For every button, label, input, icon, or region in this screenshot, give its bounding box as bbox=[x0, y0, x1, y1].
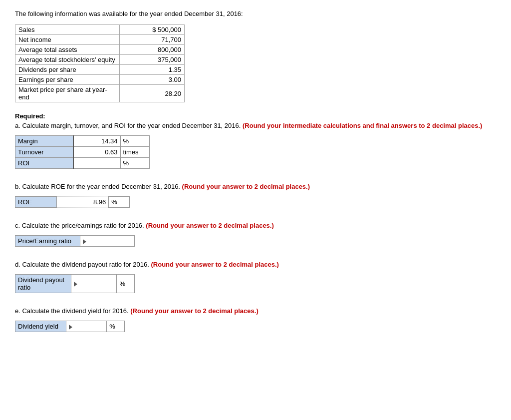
dy-input-cell bbox=[66, 321, 106, 332]
data-table-row: Sales$ 500,000 bbox=[15, 25, 185, 35]
data-table: Sales$ 500,000Net income71,700Average to… bbox=[15, 24, 185, 102]
part-a-input-cell bbox=[73, 147, 120, 158]
dy-table: Dividend yield % bbox=[15, 321, 125, 332]
dy-label: Dividend yield bbox=[15, 321, 66, 332]
data-row-label: Net income bbox=[15, 35, 120, 45]
pe-triangle-icon bbox=[83, 239, 86, 244]
data-table-row: Net income71,700 bbox=[15, 35, 185, 45]
data-row-value: 800,000 bbox=[120, 45, 185, 55]
part-a-input-cell bbox=[73, 158, 120, 169]
dp-triangle-icon bbox=[74, 282, 77, 287]
dy-unit: % bbox=[107, 321, 125, 332]
data-row-value: 375,000 bbox=[120, 55, 185, 65]
part-a-input[interactable] bbox=[76, 137, 117, 145]
data-table-row: Market price per share at year-end28.20 bbox=[15, 85, 185, 102]
part-a-row: Margin% bbox=[15, 136, 150, 147]
dp-unit: % bbox=[117, 275, 135, 293]
dy-triangle-icon bbox=[69, 325, 72, 330]
part-d-section: d. Calculate the dividend payout ratio f… bbox=[15, 261, 496, 293]
data-row-value: 1.35 bbox=[120, 65, 185, 75]
intro-text: The following information was available … bbox=[15, 10, 496, 17]
roe-input-cell bbox=[57, 197, 109, 208]
dp-table: Dividend payout ratio % bbox=[15, 274, 135, 293]
pe-input[interactable] bbox=[89, 237, 126, 245]
part-a-label: Turnover bbox=[15, 147, 74, 158]
part-b-instruction: b. Calculate ROE for the year ended Dece… bbox=[15, 183, 496, 190]
part-a-row: ROI% bbox=[15, 158, 150, 169]
pe-input-cell bbox=[80, 236, 135, 247]
part-a-unit: % bbox=[120, 136, 149, 147]
part-a-input[interactable] bbox=[76, 148, 117, 156]
data-table-row: Earnings per share3.00 bbox=[15, 75, 185, 85]
part-a-instruction: a. Calculate margin, turnover, and ROI f… bbox=[15, 122, 496, 129]
required-label: Required: bbox=[15, 112, 496, 120]
part-a-input[interactable] bbox=[76, 159, 117, 167]
data-row-value: 71,700 bbox=[120, 35, 185, 45]
data-row-label: Average total assets bbox=[15, 45, 120, 55]
part-c-section: c. Calculate the price/earnings ratio fo… bbox=[15, 222, 496, 247]
part-a-label: ROI bbox=[15, 158, 74, 169]
pe-row: Price/Earning ratio bbox=[15, 236, 135, 247]
part-d-instruction: d. Calculate the dividend payout ratio f… bbox=[15, 261, 496, 268]
part-a-unit: times bbox=[120, 147, 149, 158]
dy-row: Dividend yield % bbox=[15, 321, 125, 332]
data-row-label: Market price per share at year-end bbox=[15, 85, 120, 102]
roe-table: ROE % bbox=[15, 196, 130, 208]
data-table-row: Average total stockholders' equity375,00… bbox=[15, 55, 185, 65]
data-row-label: Sales bbox=[15, 25, 120, 35]
roe-unit: % bbox=[109, 197, 130, 208]
part-e-instruction: e. Calculate the dividend yield for 2016… bbox=[15, 307, 496, 315]
data-table-row: Average total assets800,000 bbox=[15, 45, 185, 55]
data-row-label: Earnings per share bbox=[15, 75, 120, 85]
data-row-value: $ 500,000 bbox=[120, 25, 185, 35]
part-b-section: b. Calculate ROE for the year ended Dece… bbox=[15, 183, 496, 208]
roe-input[interactable] bbox=[59, 198, 106, 206]
pe-table: Price/Earning ratio bbox=[15, 235, 135, 247]
data-row-label: Average total stockholders' equity bbox=[15, 55, 120, 65]
pe-label: Price/Earning ratio bbox=[15, 236, 80, 247]
part-a-row: Turnovertimes bbox=[15, 147, 150, 158]
roe-label: ROE bbox=[15, 197, 57, 208]
required-section: Required: a. Calculate margin, turnover,… bbox=[15, 112, 496, 169]
dp-input-cell bbox=[71, 275, 117, 293]
part-e-section: e. Calculate the dividend yield for 2016… bbox=[15, 307, 496, 332]
dy-input[interactable] bbox=[75, 323, 101, 330]
data-row-value: 3.00 bbox=[120, 75, 185, 85]
part-a-input-cell bbox=[73, 136, 120, 147]
part-c-instruction: c. Calculate the price/earnings ratio fo… bbox=[15, 222, 496, 229]
data-table-row: Dividends per share1.35 bbox=[15, 65, 185, 75]
dp-label: Dividend payout ratio bbox=[15, 275, 71, 293]
part-a-label: Margin bbox=[15, 136, 74, 147]
part-a-table: Margin%TurnovertimesROI% bbox=[15, 135, 150, 169]
part-a-unit: % bbox=[120, 158, 149, 169]
roe-row: ROE % bbox=[15, 197, 130, 208]
data-row-label: Dividends per share bbox=[15, 65, 120, 75]
dp-input[interactable] bbox=[80, 280, 110, 288]
data-row-value: 28.20 bbox=[120, 85, 185, 102]
dp-row: Dividend payout ratio % bbox=[15, 275, 135, 293]
